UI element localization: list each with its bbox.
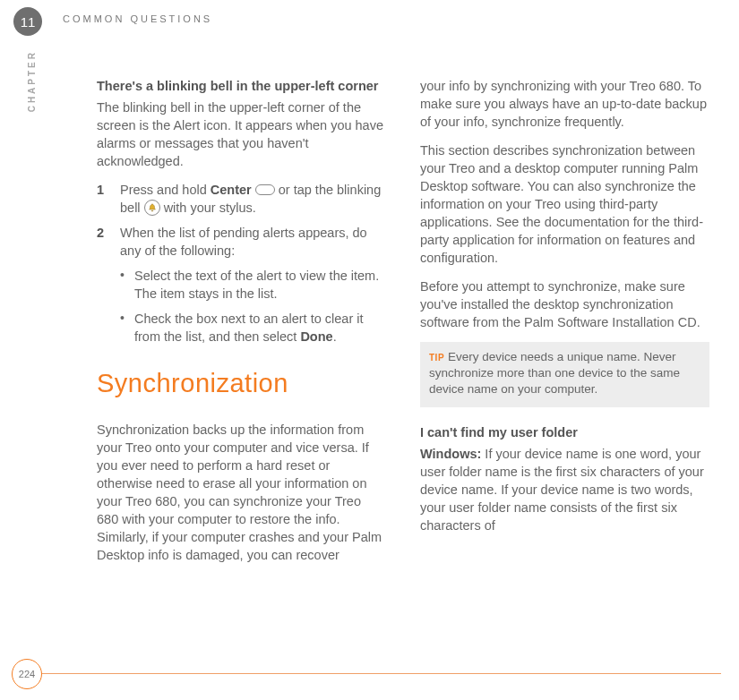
done-label: Done bbox=[300, 329, 332, 344]
para-sync-intro: Synchronization backs up the information… bbox=[97, 421, 386, 564]
subhead-user-folder: I can't find my user folder bbox=[420, 423, 709, 441]
step-body: Press and hold Center or tap the blinkin… bbox=[120, 181, 386, 217]
subhead-blinking-bell: There's a blinking bell in the upper-lef… bbox=[97, 77, 386, 95]
tip-text: Every device needs a unique name. Never … bbox=[429, 350, 680, 396]
step-body: When the list of pending alerts appears,… bbox=[120, 224, 386, 260]
bullet-dot-icon: • bbox=[120, 267, 125, 303]
bell-icon bbox=[144, 200, 160, 216]
step-2: 2 When the list of pending alerts appear… bbox=[97, 224, 386, 260]
content-area: There's a blinking bell in the upper-lef… bbox=[97, 77, 709, 564]
tip-label: TIP bbox=[429, 353, 444, 363]
tip-box: TIPEvery device needs a unique name. Nev… bbox=[420, 342, 709, 407]
step-number: 1 bbox=[97, 181, 107, 217]
bullet-body: Select the text of the alert to view the… bbox=[134, 267, 386, 303]
para-alert-icon: The blinking bell in the upper-left corn… bbox=[97, 98, 386, 170]
page-number: 224 bbox=[19, 669, 35, 679]
chapter-vertical-label: CHAPTER bbox=[27, 50, 37, 112]
bullet-body: Check the box next to an alert to clear … bbox=[134, 310, 386, 346]
running-head: COMMON QUESTIONS bbox=[63, 13, 212, 24]
chapter-number: 11 bbox=[21, 14, 36, 30]
center-button-icon bbox=[255, 184, 275, 195]
section-title-synchronization: Synchronization bbox=[97, 365, 386, 401]
para-sync-continue: your info by synchronizing with your Tre… bbox=[420, 77, 709, 131]
bullet-text: . bbox=[333, 329, 337, 344]
para-sync-install: Before you attempt to synchronize, make … bbox=[420, 277, 709, 331]
step-text: with your stylus. bbox=[160, 201, 256, 215]
bullet-check-box: • Check the box next to an alert to clea… bbox=[120, 310, 386, 346]
bullet-select-text: • Select the text of the alert to view t… bbox=[120, 267, 386, 303]
windows-label: Windows: bbox=[420, 447, 481, 461]
para-sync-desktop: This section describes synchronization b… bbox=[420, 141, 709, 267]
para-windows-folder: Windows: If your device name is one word… bbox=[420, 445, 709, 534]
step-number: 2 bbox=[97, 224, 107, 260]
right-column: your info by synchronizing with your Tre… bbox=[420, 77, 709, 564]
chapter-number-badge: 11 bbox=[13, 7, 42, 36]
step-1: 1 Press and hold Center or tap the blink… bbox=[97, 181, 386, 217]
step-text: Press and hold bbox=[120, 183, 211, 197]
bullet-dot-icon: • bbox=[120, 310, 125, 346]
left-column: There's a blinking bell in the upper-lef… bbox=[97, 77, 386, 564]
footer-divider bbox=[42, 673, 721, 674]
center-button-label: Center bbox=[211, 183, 252, 197]
page-number-badge: 224 bbox=[12, 659, 42, 689]
